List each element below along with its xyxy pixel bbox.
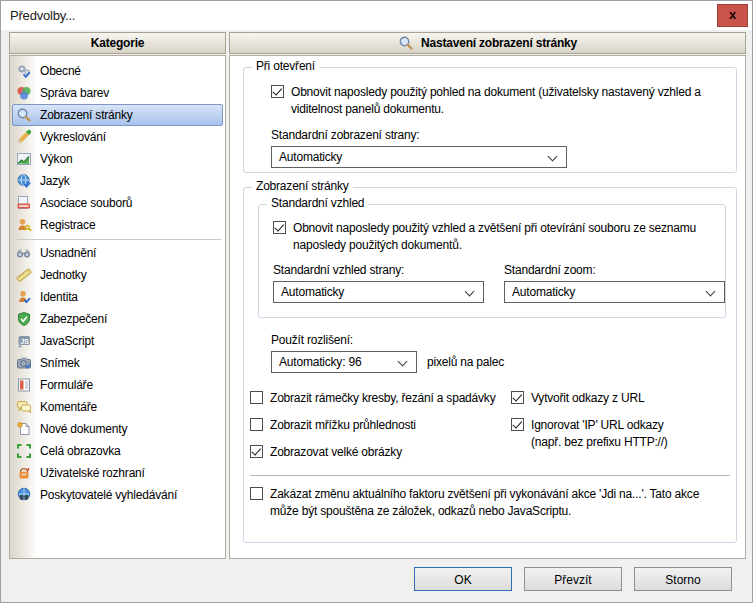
titlebar: Předvolby... x (1, 1, 752, 30)
forbid-zoom-change-checkbox-box[interactable] (250, 487, 263, 500)
sidebar-items: ObecnéSpráva barevZobrazení stránkyVykre… (10, 60, 225, 506)
checkbox-column-right: Vytvořit odkazy z URLIgnorovat 'IP' URL … (511, 390, 736, 471)
default-page-display-select[interactable]: Automaticky (271, 146, 567, 168)
page-display-header: Nastavení zobrazení stránky (229, 32, 746, 54)
default-page-display-label: Standardní zobrazení strany: (271, 128, 736, 142)
close-icon[interactable]: x (717, 4, 748, 27)
checkbox-label: Vytvořit odkazy z URL (531, 391, 644, 405)
sidebar-item-poskytovatel-vyhled-v-n[interactable]: Poskytovatelé vyhledávání (12, 484, 223, 506)
checkbox-vytvo-it-odkazy-z-url[interactable]: Vytvořit odkazy z URL (511, 390, 736, 407)
preferences-dialog: Předvolby... x Kategorie Nastavení zobra… (0, 0, 753, 603)
sidebar-item-label: JavaScript (40, 334, 94, 348)
checkbox-box[interactable] (250, 418, 263, 431)
checkbox-box[interactable] (511, 391, 524, 404)
checkbox-label: Ignorovat 'IP' URL odkazy (531, 418, 664, 432)
default-layout-select[interactable]: Automaticky (273, 281, 484, 303)
cancel-button[interactable]: Storno (634, 567, 732, 591)
sidebar-item-nov-dokumenty[interactable]: Nové dokumenty (12, 418, 223, 440)
sidebar-item-u-ivatelsk-rozhran[interactable]: Uživatelské rozhraní (12, 462, 223, 484)
resolution-unit-label: pixelů na palec (427, 355, 504, 369)
pdf-file-icon (16, 195, 33, 211)
magnifier-icon (398, 35, 415, 51)
sidebar-item-label: Zabezpečení (40, 312, 107, 326)
shield-check-icon (16, 311, 33, 327)
checkbox-zobrazit-r-me-ky-kresby-ez-n-a-spad-vky[interactable]: Zobrazit rámečky kresby, řezání a spadáv… (250, 390, 511, 407)
default-layout-label: Standardní vzhled strany: (273, 263, 504, 277)
settings-panel: Při otevření Obnovit naposledy použitý p… (229, 55, 746, 559)
sidebar-item-usnadn-n[interactable]: Usnadnění (12, 242, 223, 264)
sidebar-item-cel-obrazovka[interactable]: Celá obrazovka (12, 440, 223, 462)
checkbox-label: Zobrazovat velké obrázky (270, 445, 402, 459)
categories-header-label: Kategorie (91, 36, 145, 50)
checkbox-note: (např. bez prefixu HTTP://) (531, 434, 668, 450)
checkbox-label: Zobrazit rámečky kresby, řezání a spadáv… (270, 391, 495, 405)
sidebar-item-zabezpe-en[interactable]: Zabezpečení (12, 308, 223, 330)
sidebar-item-asociace-soubor[interactable]: Asociace souborů (12, 192, 223, 214)
magnifier-icon (16, 107, 33, 123)
sidebar-item-v-kon[interactable]: Výkon (12, 148, 223, 170)
separator-line (250, 475, 730, 476)
form-document-icon (16, 377, 33, 393)
sidebar-item-label: Vykreslování (40, 130, 106, 144)
sidebar-item-label: Registrace (40, 218, 95, 232)
sidebar-item-label: Výkon (40, 152, 72, 166)
group-page-display-title: Zobrazení stránky (252, 179, 353, 193)
sidebar-separator (17, 239, 221, 240)
gears-icon (16, 63, 33, 79)
checkbox-zobrazovat-velk-obr-zky[interactable]: Zobrazovat velké obrázky (250, 444, 511, 461)
sidebar-item-koment-e[interactable]: Komentáře (12, 396, 223, 418)
page-display-header-label: Nastavení zobrazení stránky (421, 36, 577, 50)
sidebar-item-jazyk[interactable]: Jazyk (12, 170, 223, 192)
sidebar-item-spr-va-barev[interactable]: Správa barev (12, 82, 223, 104)
paint-bucket-icon (16, 465, 33, 481)
forbid-zoom-change-checkbox[interactable]: Zakázat změnu aktuálního faktoru zvětšen… (250, 486, 726, 520)
forbid-zoom-change-checkbox-label: Zakázat změnu aktuálního faktoru zvětšen… (270, 487, 699, 518)
restore-layout-checkbox-label: Obnovit naposledy použitý vzhled a zvětš… (293, 221, 696, 252)
sidebar-item-identita[interactable]: Identita (12, 286, 223, 308)
sidebar-item-zobrazen-str-nky[interactable]: Zobrazení stránky (12, 104, 223, 126)
checkbox-box[interactable] (250, 391, 263, 404)
new-document-icon (16, 421, 33, 437)
sidebar-item-formul-e[interactable]: Formuláře (12, 374, 223, 396)
group-default-layout-title: Standardní vzhled (267, 196, 368, 210)
camera-icon (16, 355, 33, 371)
glasses-icon (16, 245, 33, 261)
sidebar-item-sn-mek[interactable]: Snímek (12, 352, 223, 374)
default-zoom-select[interactable]: Automaticky (504, 281, 725, 303)
restore-view-checkbox-box[interactable] (271, 85, 284, 98)
checkbox-ignorovat-ip-url-odkazy[interactable]: Ignorovat 'IP' URL odkazy(např. bez pref… (511, 417, 736, 450)
resolution-label: Použít rozlišení: (271, 333, 736, 347)
restore-layout-checkbox[interactable]: Obnovit naposledy použitý vzhled a zvětš… (273, 220, 715, 254)
brush-icon (16, 129, 33, 145)
checkbox-zobrazit-m-ku-pr-hlednosti[interactable]: Zobrazit mřížku průhlednosti (250, 417, 511, 434)
sidebar-item-jednotky[interactable]: Jednotky (12, 264, 223, 286)
sidebar-item-label: Poskytovatelé vyhledávání (40, 488, 177, 502)
sidebar-item-javascript[interactable]: JSJavaScript (12, 330, 223, 352)
categories-header: Kategorie (9, 32, 226, 54)
apply-button[interactable]: Převzít (524, 567, 622, 591)
globe-binoculars-icon (16, 487, 33, 503)
sidebar-item-registrace[interactable]: Registrace (12, 214, 223, 236)
checkbox-box[interactable] (250, 445, 263, 458)
restore-layout-checkbox-box[interactable] (273, 221, 286, 234)
default-zoom-label: Standardní zoom: (504, 263, 725, 277)
sidebar-item-obecn[interactable]: Obecné (12, 60, 223, 82)
user-key-icon (16, 217, 33, 233)
fullscreen-brackets-icon (16, 443, 33, 459)
sidebar-item-label: Usnadnění (40, 246, 96, 260)
sidebar-item-label: Snímek (40, 356, 79, 370)
sidebar-item-label: Celá obrazovka (40, 444, 121, 458)
sidebar-item-label: Jednotky (40, 268, 86, 282)
sidebar-item-label: Asociace souborů (40, 196, 132, 210)
resolution-select[interactable]: Automaticky: 96 (271, 351, 417, 373)
ok-button[interactable]: OK (414, 567, 512, 591)
restore-view-checkbox[interactable]: Obnovit naposledy použitý pohled na doku… (271, 84, 726, 118)
checkbox-box[interactable] (511, 418, 524, 431)
user-check-icon (16, 289, 33, 305)
sidebar-item-label: Zobrazení stránky (40, 108, 133, 122)
sidebar-item-vykreslov-n[interactable]: Vykreslování (12, 126, 223, 148)
sidebar-item-label: Obecné (40, 64, 81, 78)
group-on-open-title: Při otevření (252, 59, 319, 73)
group-page-display: Zobrazení stránky Standardní vzhled Obno… (243, 187, 737, 543)
group-on-open: Při otevření Obnovit naposledy použitý p… (243, 67, 737, 173)
